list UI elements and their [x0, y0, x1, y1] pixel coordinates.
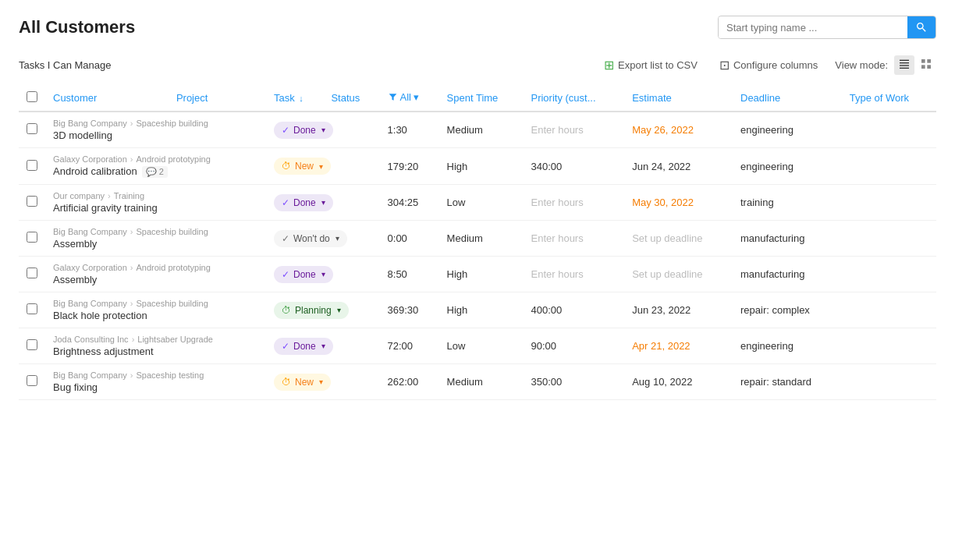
export-csv-button[interactable]: ⊞ Export list to CSV: [599, 55, 702, 76]
breadcrumb-arrow: ›: [130, 263, 133, 272]
deadline-cell[interactable]: Set up deadline: [624, 221, 733, 257]
svg-rect-3: [900, 68, 909, 69]
row-checkbox[interactable]: [27, 268, 37, 278]
deadline-cell: Jun 24, 2022: [624, 148, 733, 185]
status-badge[interactable]: ✓ Done ▾: [274, 194, 333, 211]
type-of-work-cell: engineering: [733, 148, 842, 185]
filter-all-button[interactable]: All ▾: [388, 91, 419, 103]
status-icon: ⏱: [282, 305, 291, 316]
breadcrumb-arrow: ›: [130, 299, 133, 308]
row-checkbox-cell: [19, 364, 45, 400]
customer-name: Big Bang Company: [53, 119, 127, 128]
status-badge[interactable]: ✓ Done ▾: [274, 122, 333, 139]
row-checkbox[interactable]: [27, 303, 37, 314]
estimate-cell[interactable]: Enter hours: [523, 112, 624, 148]
spent-time-cell: 369:30: [380, 292, 439, 328]
row-checkbox[interactable]: [27, 160, 37, 171]
select-all-checkbox[interactable]: [27, 91, 37, 102]
deadline-cell: Aug 10, 2022: [624, 364, 733, 400]
deadline-cell[interactable]: Set up deadline: [624, 257, 733, 292]
status-badge[interactable]: ⏱ New ▾: [274, 158, 331, 175]
deadline-cell: Jun 23, 2022: [624, 292, 733, 328]
task-name: Assembly: [53, 238, 258, 250]
status-cell: ⏱ New ▾: [266, 364, 380, 400]
status-dropdown-arrow: ▾: [337, 306, 341, 314]
col-deadline[interactable]: Deadline: [733, 85, 842, 112]
svg-rect-6: [921, 65, 925, 69]
tasks-table: Customer Project Task ↓ Status All ▾ Spe…: [19, 85, 936, 400]
status-cell: ⏱ Planning ▾: [266, 292, 380, 328]
project-name: Android prototyping: [136, 154, 210, 164]
table-row: Big Bang Company › Spaceship testing Bug…: [19, 364, 936, 400]
spent-time-cell: 304:25: [380, 185, 439, 221]
estimate-cell[interactable]: Enter hours: [523, 221, 624, 257]
status-badge[interactable]: ⏱ Planning ▾: [274, 302, 349, 319]
svg-rect-2: [900, 65, 909, 66]
col-estimate[interactable]: Estimate: [624, 85, 733, 112]
project-name: Lightsaber Upgrade: [137, 335, 213, 344]
row-checkbox[interactable]: [27, 196, 37, 207]
spent-time-cell: 72:00: [380, 328, 439, 364]
status-dropdown-arrow: ▾: [321, 198, 325, 207]
configure-columns-button[interactable]: ⊡ Configure columns: [715, 55, 822, 76]
breadcrumb-arrow: ›: [132, 335, 135, 344]
row-checkbox[interactable]: [27, 232, 37, 243]
search-button[interactable]: [907, 16, 935, 38]
type-of-work-cell: manufacturing: [733, 221, 842, 257]
breadcrumb-arrow: ›: [130, 227, 133, 236]
status-badge[interactable]: ✓ Done ▾: [274, 266, 333, 283]
task-info-cell: Our company › Training Artificial gravit…: [45, 185, 266, 221]
type-of-work-cell: engineering: [733, 328, 842, 364]
columns-icon: ⊡: [719, 58, 730, 73]
task-info-cell: Big Bang Company › Spaceship testing Bug…: [45, 364, 266, 400]
search-input[interactable]: [719, 17, 907, 38]
status-label: New: [295, 377, 314, 388]
status-label: Done: [293, 341, 316, 352]
csv-icon: ⊞: [604, 58, 614, 73]
status-cell: ✓ Done ▾: [266, 328, 380, 364]
status-badge[interactable]: ⏱ New ▾: [274, 374, 331, 391]
grid-view-button[interactable]: [916, 55, 936, 75]
project-name: Spaceship building: [136, 119, 208, 128]
col-project[interactable]: Project: [169, 85, 266, 112]
status-badge[interactable]: ✓ Done ▾: [274, 338, 333, 355]
estimate-cell: 350:00: [523, 364, 624, 400]
deadline-cell: May 26, 2022: [624, 112, 733, 148]
row-checkbox-cell: [19, 221, 45, 257]
estimate-cell[interactable]: Enter hours: [523, 257, 624, 292]
estimate-cell: 90:00: [523, 328, 624, 364]
task-name: Assembly: [53, 274, 258, 285]
col-status[interactable]: Status: [323, 85, 379, 112]
project-name: Android prototyping: [136, 263, 210, 272]
row-checkbox-cell: [19, 112, 45, 148]
row-checkbox[interactable]: [27, 123, 37, 134]
row-checkbox[interactable]: [27, 339, 37, 350]
status-cell: ✓ Done ▾: [266, 112, 380, 148]
priority-cell: Low: [439, 328, 524, 364]
col-filter[interactable]: All ▾: [380, 85, 439, 112]
project-name: Spaceship testing: [136, 370, 204, 380]
status-label: Done: [293, 125, 316, 136]
row-checkbox[interactable]: [27, 375, 37, 386]
list-view-button[interactable]: [894, 55, 914, 75]
filter-dropdown-arrow: ▾: [414, 91, 419, 103]
status-icon: ⏱: [282, 161, 291, 172]
task-info-cell: Big Bang Company › Spaceship building Bl…: [45, 292, 266, 328]
select-all-header[interactable]: [19, 85, 45, 112]
task-info-cell: Big Bang Company › Spaceship building As…: [45, 221, 266, 257]
col-task[interactable]: Task ↓: [266, 85, 323, 112]
col-customer[interactable]: Customer: [45, 85, 169, 112]
task-meta: Big Bang Company › Spaceship building: [53, 299, 258, 308]
status-icon: ✓: [282, 197, 289, 208]
type-of-work-cell: manufacturing: [733, 257, 842, 292]
status-badge[interactable]: ✓ Won't do ▾: [274, 230, 347, 247]
search-bar: [718, 16, 936, 39]
deadline-cell: May 30, 2022: [624, 185, 733, 221]
col-type-of-work[interactable]: Type of Work: [842, 85, 936, 112]
project-name: Training: [114, 191, 144, 200]
priority-cell: High: [439, 257, 524, 292]
table-row: Big Bang Company › Spaceship building 3D…: [19, 112, 936, 148]
col-priority[interactable]: Priority (cust...: [523, 85, 624, 112]
estimate-cell[interactable]: Enter hours: [523, 185, 624, 221]
col-spent-time[interactable]: Spent Time: [439, 85, 524, 112]
